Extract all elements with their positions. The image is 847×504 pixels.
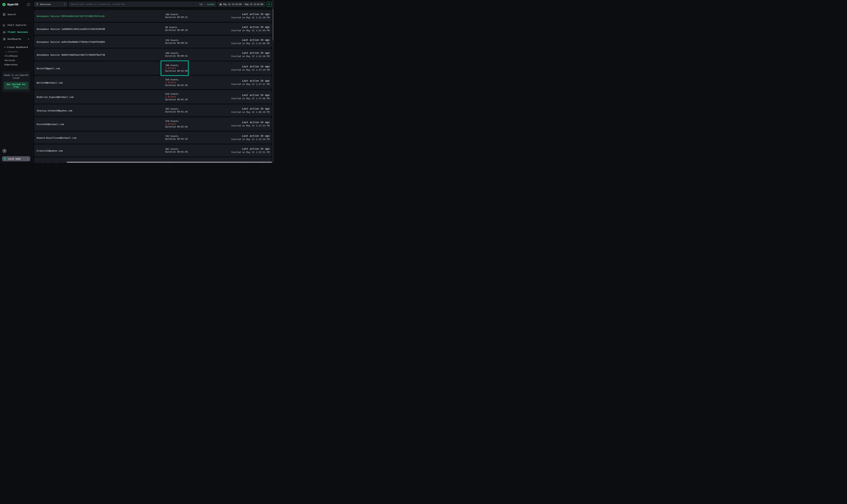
search-bar: SQL | Lucene	[69, 2, 216, 7]
session-events: 470 Events	[165, 120, 212, 123]
session-name-column: Ernesto33@yahoo.com	[37, 149, 165, 152]
play-icon	[268, 3, 270, 5]
sidebar-bottom: ? U Local mode	[0, 149, 32, 163]
session-name-column: Anonymous Session ee03c95e0b68cffd92bc57…	[37, 40, 165, 43]
vertical-scrollbar[interactable]	[272, 0, 274, 163]
sidebar-nav-group: Chart Explorer Client Sessions	[0, 22, 32, 42]
session-row[interactable]: Ernesto33@yahoo.com 481 Events Duration …	[34, 145, 272, 157]
session-row[interactable]: Anonymous Session 4bd02fe6643aaf44e711f6…	[34, 49, 272, 60]
session-last-active: Last active 1h ago	[212, 13, 270, 16]
session-row[interactable]: Anonymous Session 1ad066d3c3b41cea381127…	[34, 23, 272, 35]
session-name: Pearl43@hotmail.com	[37, 162, 63, 163]
sidebar-collapse-icon[interactable]	[27, 3, 30, 6]
session-name: Ernesto33@yahoo.com	[37, 149, 63, 152]
session-errors: 1 Errors	[165, 95, 212, 98]
session-stats-column: 550 Events 1 Errors Duration 00:02:26	[165, 78, 212, 87]
app-title: HyperDX	[7, 3, 27, 6]
session-time-column: Last active 1h ago Started on May 15 1:4…	[212, 25, 270, 32]
search-input[interactable]	[71, 3, 198, 5]
session-time-column: Last active 1h ago Started on May 15 1:4…	[212, 13, 270, 19]
session-row[interactable]: Walton9@hotmail.com 550 Events 1 Errors …	[34, 76, 272, 89]
session-time-column: Last active 1h ago Started on May 15 1:3…	[212, 107, 270, 114]
preset-item-kubernetes[interactable]: Kubernetes	[4, 62, 31, 67]
session-name-column: Howard.Runolfsson@hotmail.com	[37, 136, 165, 139]
chevron-right-icon	[27, 158, 29, 160]
lucene-toggle[interactable]: Lucene	[207, 3, 214, 5]
session-events: 706 Events	[165, 64, 212, 67]
session-name-column: Kieran92@hotmail.com	[37, 122, 165, 126]
session-last-active: Last active 1h ago	[212, 25, 270, 29]
sidebar-item-dashboards[interactable]: Dashboards	[0, 36, 32, 42]
session-started: Started on May 15 1:33:51 PM	[212, 151, 270, 154]
session-row[interactable]: Howard.Runolfsson@hotmail.com 702 Events…	[34, 132, 272, 144]
session-events: 618 Events	[165, 93, 212, 95]
session-name: Anonymous Session 1ad066d3c3b41cea381127…	[37, 28, 105, 30]
sidebar-divider	[0, 19, 32, 19]
sidebar-item-label: Client Sessions	[7, 31, 28, 33]
sidebar-item-chart-explorer[interactable]: Chart Explorer	[0, 22, 32, 28]
query-language-toggle: SQL | Lucene	[200, 3, 214, 5]
create-dashboard-button[interactable]: + Create Dashboard	[4, 45, 31, 50]
sql-toggle[interactable]: SQL	[200, 3, 203, 5]
sidebar-item-search[interactable]: Search	[0, 11, 32, 17]
session-name-column: Anonymous Session 9959c464b13dc7637327d8…	[37, 14, 165, 18]
help-button[interactable]: ?	[2, 149, 7, 153]
source-select[interactable]: Sessions	[34, 2, 67, 7]
session-stats-column: 259 Events Duration 00:00:52	[165, 39, 212, 44]
session-name-column: Anonymous Session 4bd02fe6643aaf44e711f6…	[37, 53, 165, 56]
session-time-column: Last active 1h ago Started on May 15 1:4…	[212, 38, 270, 45]
session-row[interactable]: Shaniya.Schoen20@yahoo.com 393 Events Du…	[34, 105, 272, 116]
local-mode-button[interactable]: U Local mode	[2, 156, 30, 161]
main-content: Sessions SQL | Lucene	[33, 0, 274, 163]
session-started: Started on May 15 1:41:40 PM	[212, 29, 270, 32]
dashboards-subsection: + Create Dashboard PRESETS Clickhouse Se…	[0, 43, 32, 67]
preset-item-clickhouse[interactable]: Clickhouse	[4, 54, 31, 58]
session-name: Walton9@hotmail.com	[37, 82, 63, 84]
sidebar-item-label: Chart Explorer	[7, 24, 27, 26]
session-stats-column: 393 Events Duration 00:01:34	[165, 108, 212, 113]
session-row[interactable]: Deion37@gmail.com 706 Events 1 Errors Du…	[34, 61, 272, 75]
get-started-button[interactable]: Get Started for Free	[4, 82, 29, 89]
session-name: Roderick_Sipes1@hotmail.com	[37, 96, 73, 98]
vertical-scrollbar-thumb[interactable]	[272, 9, 274, 40]
presets-toggle[interactable]: PRESETS	[4, 50, 31, 54]
calendar-icon	[220, 3, 222, 5]
session-started: Started on May 15 1:33:39 PM	[212, 138, 270, 141]
session-last-active: Last active 1h ago	[212, 65, 270, 68]
chevron-up-icon	[28, 38, 30, 40]
session-time-column: Last active 1h ago Started on May 15 1:3…	[212, 93, 270, 100]
dashboards-icon	[3, 37, 6, 40]
session-row[interactable]: Anonymous Session ee03c95e0b68cffd92bc57…	[34, 36, 272, 48]
session-row[interactable]: Kieran92@hotmail.com 470 Events 1 Errors…	[34, 118, 272, 131]
session-started: Started on May 15 1:37:24 PM	[212, 68, 270, 72]
sidebar-item-client-sessions[interactable]: Client Sessions	[0, 29, 32, 35]
session-stats-column: 481 Events Duration 00:01:59	[165, 148, 212, 153]
run-query-button[interactable]	[266, 2, 272, 7]
session-row[interactable]: Roderick_Sipes1@hotmail.com 618 Events 1…	[34, 90, 272, 104]
topbar: Sessions SQL | Lucene	[34, 2, 272, 7]
preset-item-services[interactable]: Services	[4, 58, 31, 62]
session-row[interactable]: Anonymous Session 9959c464b13dc7637327d8…	[34, 10, 272, 22]
session-name-column: Walton9@hotmail.com	[37, 81, 165, 84]
session-started: Started on May 15 1:41:16 PM	[212, 55, 270, 58]
sidebar-nav: Search Chart Explorer	[0, 11, 32, 67]
presets-label: PRESETS	[8, 51, 18, 53]
session-duration: Duration 00:00:52	[165, 42, 212, 44]
session-name-column: Deion37@gmail.com	[37, 67, 165, 70]
session-stats-column: 706 Events 1 Errors Duration 00:03:09	[165, 64, 212, 72]
session-started: Started on May 15 1:41:06 PM	[212, 42, 270, 45]
session-duration: Duration 00:02:26	[165, 84, 212, 87]
chart-icon	[3, 23, 6, 26]
source-select-value: Sessions	[40, 3, 63, 5]
horizontal-scrollbar[interactable]	[67, 162, 272, 163]
session-name: Anonymous Session ee03c95e0b68cffd92bc57…	[37, 41, 105, 43]
session-last-active: Last active 1h ago	[212, 51, 270, 54]
app-window: HyperDX Search	[0, 0, 274, 163]
user-avatar: U	[3, 157, 6, 161]
date-range-value: May 15 13:32:00 - May 15 13:42:00	[223, 3, 263, 5]
session-name: Anonymous Session 4bd02fe6643aaf44e711f6…	[37, 54, 105, 56]
date-range-picker[interactable]: May 15 13:32:00 - May 15 13:42:00	[218, 2, 265, 7]
select-updown-icon	[64, 3, 66, 5]
session-events: 259 Events	[165, 39, 212, 42]
session-name: Kieran92@hotmail.com	[37, 123, 64, 126]
